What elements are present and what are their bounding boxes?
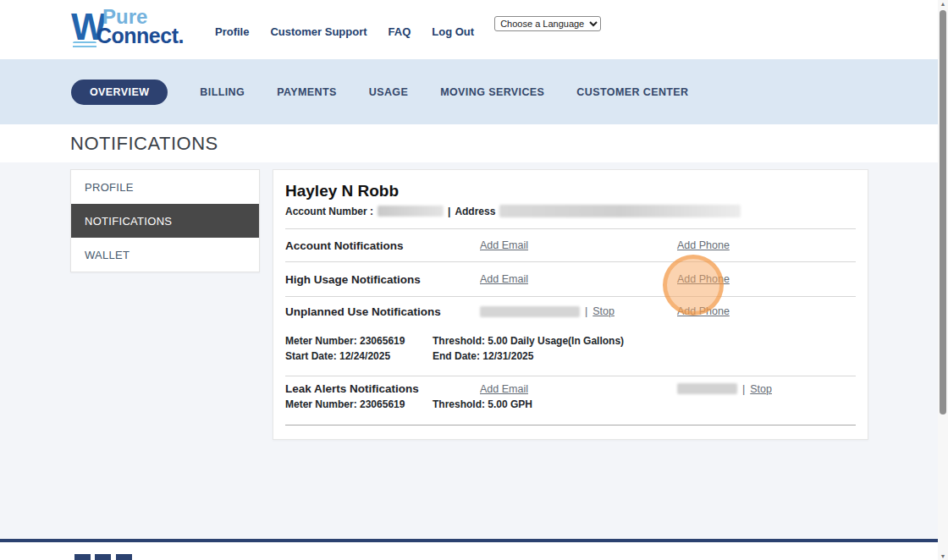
nav-profile-link[interactable]: Profile bbox=[215, 25, 249, 38]
high-usage-notifications-row: High Usage Notifications Add Email Add P… bbox=[285, 262, 856, 296]
nav-faq-link[interactable]: FAQ bbox=[389, 25, 411, 38]
scrollbar-down-arrow-icon[interactable]: ▼ bbox=[938, 553, 948, 559]
leak-alerts-notifications-row: Leak Alerts Notifications Add Email | St… bbox=[285, 376, 856, 395]
page: W Pure Connect. Profile Customer Support… bbox=[0, 0, 938, 560]
account-info-row: Account Number : | Address bbox=[285, 205, 856, 217]
pipe-separator: | bbox=[742, 383, 745, 395]
pipe-separator: | bbox=[585, 305, 587, 317]
unplanned-meter-details: Meter Number: 23065619 Threshold: 5.00 D… bbox=[285, 334, 856, 364]
tab-moving-services[interactable]: MOVING SERVICES bbox=[440, 80, 544, 105]
utility-nav: Profile Customer Support FAQ Log Out bbox=[215, 25, 474, 38]
footer-logo-fragment bbox=[95, 554, 111, 560]
leak-add-email-link[interactable]: Add Email bbox=[480, 383, 528, 395]
unplanned-stop-link[interactable]: Stop bbox=[592, 305, 615, 317]
redacted-phone bbox=[677, 383, 737, 394]
sidebar-item-profile[interactable]: PROFILE bbox=[71, 170, 259, 204]
leak-stop-link[interactable]: Stop bbox=[750, 383, 772, 395]
page-title: NOTIFICATIONS bbox=[70, 133, 218, 155]
high-usage-notifications-title: High Usage Notifications bbox=[285, 273, 480, 286]
footer-logo-fragment bbox=[116, 554, 132, 560]
leak-alerts-notifications-title: Leak Alerts Notifications bbox=[285, 382, 480, 395]
leak-meter-number: Meter Number: 23065619 bbox=[285, 398, 433, 413]
top-header: W Pure Connect. Profile Customer Support… bbox=[0, 0, 938, 59]
content-area: PROFILE NOTIFICATIONS WALLET Hayley N Ro… bbox=[0, 162, 938, 539]
nav-customer-support-link[interactable]: Customer Support bbox=[270, 25, 367, 38]
address-label: Address bbox=[455, 206, 495, 217]
logo-waves-icon bbox=[73, 41, 96, 49]
pureconnect-portal: W Pure Connect. Profile Customer Support… bbox=[0, 0, 948, 560]
vertical-scrollbar[interactable]: ▲ ▼ bbox=[938, 0, 948, 560]
scrollbar-up-arrow-icon[interactable]: ▲ bbox=[938, 1, 948, 7]
sidebar-item-notifications[interactable]: NOTIFICATIONS bbox=[71, 204, 259, 238]
sidebar: PROFILE NOTIFICATIONS WALLET bbox=[70, 169, 260, 272]
notifications-card: Hayley N Robb Account Number : | Address… bbox=[273, 169, 868, 440]
nav-logout-link[interactable]: Log Out bbox=[432, 25, 474, 38]
leak-threshold: Threshold: 5.00 GPH bbox=[433, 398, 532, 413]
redacted-email bbox=[480, 306, 580, 317]
tab-payments[interactable]: PAYMENTS bbox=[277, 80, 337, 105]
account-number-label: Account Number : bbox=[285, 206, 373, 217]
unplanned-end-date: End Date: 12/31/2025 bbox=[433, 349, 533, 365]
language-select[interactable]: Choose a Language bbox=[494, 16, 601, 31]
unplanned-start-date: Start Date: 12/24/2025 bbox=[285, 349, 433, 365]
customer-name: Hayley N Robb bbox=[285, 182, 856, 200]
account-notifications-row: Account Notifications Add Email Add Phon… bbox=[285, 229, 856, 261]
tab-billing[interactable]: BILLING bbox=[200, 80, 245, 105]
leak-meter-details: Meter Number: 23065619 Threshold: 5.00 G… bbox=[285, 398, 856, 413]
divider bbox=[285, 425, 856, 425]
tab-customer-center[interactable]: CUSTOMER CENTER bbox=[576, 80, 688, 105]
logo-connect-text: Connect. bbox=[96, 24, 184, 48]
pureconnect-logo[interactable]: W Pure Connect. bbox=[71, 7, 179, 52]
sidebar-item-wallet[interactable]: WALLET bbox=[71, 238, 259, 272]
account-info-separator: | bbox=[448, 206, 450, 217]
footer bbox=[0, 542, 938, 560]
redacted-address bbox=[499, 205, 741, 217]
high-usage-add-email-link[interactable]: Add Email bbox=[480, 273, 528, 285]
title-band: NOTIFICATIONS bbox=[0, 124, 938, 162]
account-notifications-title: Account Notifications bbox=[285, 239, 480, 252]
unplanned-use-notifications-row: Unplanned Use Notifications | Stop Add P… bbox=[285, 297, 856, 326]
unplanned-add-phone-link[interactable]: Add Phone bbox=[677, 305, 730, 317]
account-add-phone-link[interactable]: Add Phone bbox=[677, 239, 730, 251]
footer-logo-fragment bbox=[74, 554, 91, 560]
unplanned-threshold: Threshold: 5.00 Daily Usage(In Gallons) bbox=[433, 334, 624, 349]
unplanned-meter-number: Meter Number: 23065619 bbox=[285, 334, 433, 349]
main-nav: OVERVIEW BILLING PAYMENTS USAGE MOVING S… bbox=[0, 59, 938, 124]
tab-usage[interactable]: USAGE bbox=[369, 80, 408, 105]
account-add-email-link[interactable]: Add Email bbox=[480, 239, 528, 251]
scrollbar-thumb[interactable] bbox=[940, 10, 946, 415]
tab-overview[interactable]: OVERVIEW bbox=[71, 80, 168, 105]
high-usage-add-phone-link[interactable]: Add Phone bbox=[677, 273, 730, 285]
redacted-account-number bbox=[378, 206, 444, 217]
unplanned-use-notifications-title: Unplanned Use Notifications bbox=[285, 305, 480, 318]
